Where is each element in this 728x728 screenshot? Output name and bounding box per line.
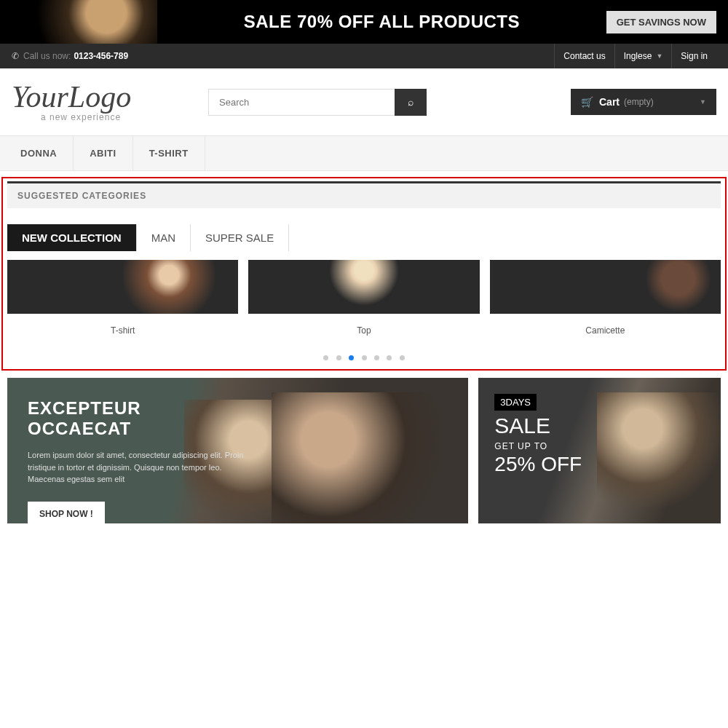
promo-discount: 25% OFF [494,453,705,476]
category-cards: T-shirt Top Camicette [7,260,721,347]
sale-banner: SALE 70% OFF ALL PRODUCTS GET SAVINGS NO… [0,0,728,44]
promo-side[interactable]: 3DAYS SALE GET UP TO 25% OFF [478,378,721,523]
promo-sale-label: SALE [494,414,705,438]
carousel-dot[interactable] [362,355,367,360]
chevron-down-icon: ▼ [656,44,662,68]
logo-tagline: a new experience [41,112,194,122]
category-card-camicette[interactable]: Camicette [490,260,721,347]
carousel-dots [7,350,721,363]
header: YourLogo a new experience ⌕ 🛒 Cart (empt… [0,68,728,135]
cart-button[interactable]: 🛒 Cart (empty) ▼ [571,89,716,115]
promo-text: Lorem ipsum dolor sit amet, consectetur … [28,449,246,486]
promo-main[interactable]: EXCEPTEUROCCAECAT Lorem ipsum dolor sit … [7,378,468,523]
tab-super-sale[interactable]: SUPER SALE [191,224,289,251]
card-label: Top [248,314,479,347]
tab-new-collection[interactable]: NEW COLLECTION [7,224,137,251]
carousel-dot-active[interactable] [349,355,354,360]
carousel-dot[interactable] [374,355,379,360]
promo-badge: 3DAYS [494,394,537,411]
top-nav: ✆ Call us now: 0123-456-789 Contact us I… [0,44,728,68]
category-tabs: NEW COLLECTION MAN SUPER SALE [7,224,721,251]
main-nav: DONNA ABITI T-SHIRT [0,135,728,171]
logo-main: YourLogo [12,82,194,112]
promo-row: EXCEPTEUROCCAECAT Lorem ipsum dolor sit … [7,378,721,523]
search-input[interactable] [208,89,395,116]
nav-item-tshirt[interactable]: T-SHIRT [133,136,205,170]
card-label: T-shirt [7,314,238,347]
tab-man[interactable]: MAN [137,224,191,251]
cart-icon: 🛒 [581,96,593,108]
phone-number: 0123-456-789 [74,51,128,61]
section-title: SUGGESTED CATEGORIES [7,181,721,208]
carousel-dot[interactable] [387,355,392,360]
shop-now-button[interactable]: SHOP NOW ! [28,502,105,524]
card-image [7,260,238,314]
card-image [248,260,479,314]
cart-label: Cart [599,96,620,108]
nav-item-abiti[interactable]: ABITI [74,136,132,170]
search-form: ⌕ [208,89,427,116]
search-icon: ⌕ [408,96,414,108]
card-label: Camicette [490,314,721,347]
carousel-dot[interactable] [323,355,328,360]
call-us-label: Call us now: [23,51,71,61]
logo[interactable]: YourLogo a new experience [12,82,194,122]
search-button[interactable]: ⌕ [395,89,427,116]
banner-headline: SALE 70% OFF ALL PRODUCTS [157,12,606,32]
phone-icon: ✆ [12,51,19,61]
sign-in-link[interactable]: Sign in [671,44,716,68]
carousel-dot[interactable] [336,355,341,360]
carousel-dot[interactable] [400,355,405,360]
get-savings-button[interactable]: GET SAVINGS NOW [606,11,716,33]
category-card-tshirt[interactable]: T-shirt [7,260,238,347]
language-selector[interactable]: Inglese ▼ [614,44,672,68]
nav-item-donna[interactable]: DONNA [4,136,74,170]
contact-us-link[interactable]: Contact us [554,44,614,68]
cart-status: (empty) [624,97,654,107]
chevron-down-icon: ▼ [700,98,706,106]
suggested-categories-section: SUGGESTED CATEGORIES NEW COLLECTION MAN … [1,177,727,371]
banner-image [12,0,157,44]
promo-title: EXCEPTEUROCCAECAT [28,398,448,439]
promo-subtext: GET UP TO [494,441,705,451]
card-image [490,260,721,314]
category-card-top[interactable]: Top [248,260,479,347]
language-label: Inglese [624,44,652,68]
